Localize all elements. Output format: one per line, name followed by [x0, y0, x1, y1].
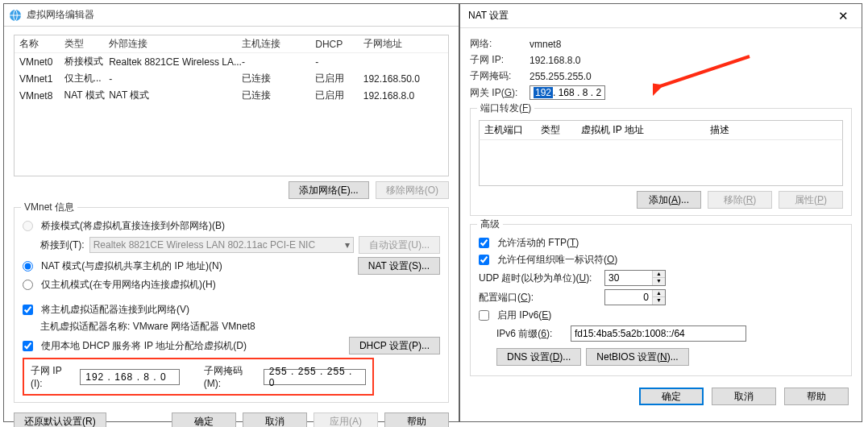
subnet-mask-label: 子网掩码: [470, 69, 530, 83]
apply-button[interactable]: 应用(A) [314, 412, 378, 427]
nat-label: NAT 模式(与虚拟机共享主机的 IP 地址)(N) [41, 259, 222, 273]
vmnet-info-group: VMnet 信息 桥接模式(将虚拟机直接连接到外部网络)(B) 桥接到(T): … [14, 207, 449, 403]
remove-network-button[interactable]: 移除网络(O) [376, 181, 449, 199]
port-forward-legend: 端口转发(F) [477, 102, 534, 115]
ipv6-checkbox[interactable] [479, 310, 489, 321]
highlight-box: 子网 IP (I): 192 . 168 . 8 . 0 子网掩码(M): 25… [23, 358, 374, 396]
subnet-ip-label: 子网 IP (I): [31, 364, 75, 389]
nat-help-button[interactable]: 帮助 [784, 388, 849, 405]
udp-timeout-spinner[interactable]: 30▲▼ [604, 270, 666, 286]
spin-down-icon[interactable]: ▼ [653, 297, 665, 305]
bridge-to-label: 桥接到(T): [40, 238, 85, 252]
allow-oui-label: 允许任何组织唯一标识符(O) [497, 253, 617, 267]
subnet-ip-label: 子网 IP: [470, 53, 530, 67]
main-titlebar: 虚拟网络编辑器 [4, 4, 459, 27]
nat-title: NAT 设置 [468, 9, 824, 23]
subnet-mask-label: 子网掩码(M): [204, 364, 259, 389]
dhcp-checkbox[interactable] [23, 341, 33, 351]
main-title: 虚拟网络编辑器 [27, 8, 454, 22]
virtual-network-editor-window: 虚拟网络编辑器 名称 类型 外部连接 主机连接 DHCP 子网地址 VMnet0… [3, 3, 459, 422]
add-network-button[interactable]: 添加网络(E)... [289, 181, 369, 199]
app-icon [9, 9, 22, 22]
config-port-spinner[interactable]: 0▲▼ [604, 289, 666, 305]
subnet-mask-value: 255.255.255.0 [530, 71, 592, 82]
advanced-legend: 高级 [477, 218, 503, 231]
active-ftp-checkbox[interactable] [479, 238, 489, 248]
nat-radio[interactable] [23, 261, 33, 272]
bridge-radio[interactable] [23, 221, 33, 231]
spin-up-icon[interactable]: ▲ [653, 290, 665, 297]
auto-settings-button[interactable]: 自动设置(U)... [359, 236, 440, 254]
nat-settings-button[interactable]: NAT 设置(S)... [358, 257, 440, 275]
cancel-button[interactable]: 取消 [243, 412, 307, 427]
nat-titlebar: NAT 设置 ✕ [460, 4, 862, 28]
subnet-ip-input[interactable]: 192 . 168 . 8 . 0 [80, 369, 180, 385]
host-adapter-checkbox[interactable] [23, 305, 33, 315]
subnet-mask-input[interactable]: 255 . 255 . 255 . 0 [264, 369, 366, 385]
active-ftp-label: 允许活动的 FTP(T) [497, 236, 579, 250]
restore-defaults-button[interactable]: 还原默认设置(R) [14, 412, 106, 427]
port-forward-table[interactable]: 主机端口 类型 虚拟机 IP 地址 描述 [479, 120, 843, 186]
network-label: 网络: [470, 37, 530, 51]
allow-oui-checkbox[interactable] [479, 255, 489, 265]
nat-settings-dialog: NAT 设置 ✕ 网络:vmnet8 子网 IP:192.168.8.0 子网掩… [459, 3, 862, 422]
networks-table[interactable]: 名称 类型 外部连接 主机连接 DHCP 子网地址 VMnet0 桥接模式 Re… [14, 35, 449, 176]
pf-header: 主机端口 类型 虚拟机 IP 地址 描述 [479, 120, 843, 139]
advanced-group: 高级 允许活动的 FTP(T) 允许任何组织唯一标识符(O) UDP 超时(以秒… [470, 224, 852, 376]
bridge-adapter-select[interactable]: Realtek 8821CE Wireless LAN 802.11ac PCI… [89, 237, 355, 253]
pf-add-button[interactable]: 添加(A)... [637, 191, 701, 209]
subnet-ip-value: 192.168.8.0 [530, 55, 580, 66]
ok-button[interactable]: 确定 [172, 412, 236, 427]
gateway-ip-input[interactable]: 192 . 168 . 8 . 2 [530, 85, 605, 100]
hostonly-label: 仅主机模式(在专用网络内连接虚拟机)(H) [41, 278, 216, 292]
nat-ok-button[interactable]: 确定 [639, 388, 704, 405]
dhcp-label: 使用本地 DHCP 服务将 IP 地址分配给虚拟机(D) [41, 339, 247, 353]
spin-up-icon[interactable]: ▲ [653, 271, 665, 278]
network-value: vmnet8 [530, 39, 561, 50]
pf-properties-button[interactable]: 属性(P) [779, 191, 843, 209]
help-button[interactable]: 帮助 [384, 412, 449, 427]
hostonly-radio[interactable] [23, 280, 33, 290]
bridge-label: 桥接模式(将虚拟机直接连接到外部网络)(B) [41, 219, 225, 233]
ipv6-label: 启用 IPv6(E) [497, 309, 551, 322]
config-port-label: 配置端口(C): [479, 291, 600, 305]
ipv6-prefix-label: IPv6 前缀(6): [496, 327, 566, 341]
pf-remove-button[interactable]: 移除(R) [708, 191, 772, 209]
host-adapter-label: 将主机虚拟适配器连接到此网络(V) [41, 303, 189, 317]
spin-down-icon[interactable]: ▼ [653, 278, 665, 285]
group-legend: VMnet 信息 [21, 201, 77, 214]
host-adapter-name: 主机虚拟适配器名称: VMware 网络适配器 VMnet8 [40, 320, 255, 334]
gateway-label: 网关 IP(G): [470, 86, 530, 100]
dhcp-settings-button[interactable]: DHCP 设置(P)... [349, 337, 440, 354]
table-row[interactable]: VMnet1 仅主机... - 已连接 已启用 192.168.50.0 [15, 70, 448, 87]
chevron-down-icon: ▾ [345, 239, 350, 251]
udp-timeout-label: UDP 超时(以秒为单位)(U): [479, 272, 600, 285]
port-forward-group: 端口转发(F) 主机端口 类型 虚拟机 IP 地址 描述 添加(A)... 移除… [470, 108, 852, 216]
table-header: 名称 类型 外部连接 主机连接 DHCP 子网地址 [15, 35, 448, 53]
dns-settings-button[interactable]: DNS 设置(D)... [496, 348, 581, 366]
netbios-settings-button[interactable]: NetBIOS 设置(N)... [586, 348, 688, 366]
ipv6-prefix-input[interactable]: fd15:4ba5:5a2b:1008::/64 [571, 325, 746, 342]
nat-cancel-button[interactable]: 取消 [712, 388, 776, 405]
close-button[interactable]: ✕ [824, 4, 862, 28]
table-row[interactable]: VMnet8 NAT 模式 NAT 模式 已连接 已启用 192.168.8.0 [15, 87, 448, 104]
table-row[interactable]: VMnet0 桥接模式 Realtek 8821CE Wireless LA..… [15, 53, 448, 70]
